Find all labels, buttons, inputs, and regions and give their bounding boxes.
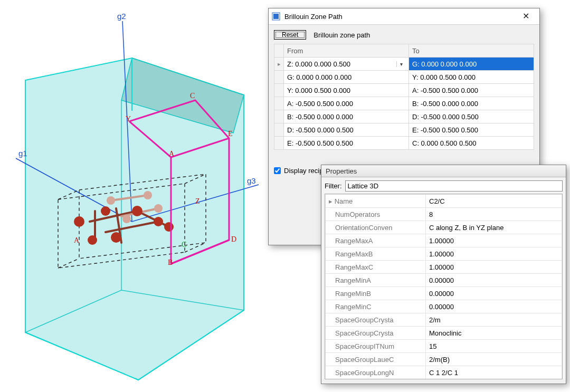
svg-text:C: C [190,92,195,100]
svg-point-18 [132,206,142,216]
properties-title: Properties [326,167,357,175]
table-row[interactable]: E: -0.500 0.500 0.500C: 0.000 0.500 0.50… [274,137,534,150]
property-value[interactable]: 1.00000 [426,247,562,261]
property-value[interactable]: 2/m [426,313,562,327]
row-gutter[interactable] [274,110,284,123]
property-row[interactable]: RangeMaxC1.00000 [326,261,562,274]
property-key: RangeMinB [326,287,426,300]
property-value[interactable]: 0.00000 [426,300,562,313]
property-value[interactable]: C 1 2/C 1 [426,366,562,379]
table-row[interactable]: B: -0.500 0.000 0.000D: -0.500 0.000 0.5… [274,110,534,123]
col-from[interactable]: From [284,44,409,58]
table-row[interactable]: G: 0.000 0.000 0.000Y: 0.000 0.500 0.000 [274,71,534,84]
svg-rect-39 [273,14,279,19]
close-icon[interactable]: ✕ [515,12,536,21]
property-key: SpaceGroupCrysta [326,327,426,340]
svg-text:B: B [168,259,173,266]
property-value[interactable]: 2/m(B) [426,353,562,366]
row-gutter[interactable] [274,123,284,137]
property-row[interactable]: RangeMinB0.00000 [326,287,562,300]
property-row[interactable]: RangeMaxB1.00000 [326,247,562,261]
from-cell[interactable]: A: -0.500 0.500 0.000 [284,97,409,110]
axis-label-g3: g3 [247,176,256,185]
row-gutter[interactable] [274,97,284,110]
property-value[interactable]: 0.00000 [426,287,562,300]
to-cell[interactable]: B: -0.500 0.000 0.000 [409,97,534,110]
row-gutter[interactable] [274,71,284,84]
from-cell[interactable]: Z: 0.000 0.000 0.500▾ [284,58,409,71]
svg-point-20 [111,232,121,243]
to-cell[interactable]: G: 0.000 0.000 0.000 [409,58,534,71]
from-cell[interactable]: D: -0.500 0.000 0.500 [284,123,409,137]
svg-text:Y: Y [126,115,131,123]
table-row[interactable]: Y: 0.000 0.500 0.000A: -0.500 0.500 0.00… [274,84,534,97]
property-key: SpaceGroupLaueC [326,353,426,366]
property-value[interactable]: B-Unique,Cell 1 [426,379,562,380]
property-key: NumOperators [326,208,426,221]
property-value[interactable]: 1.00000 [426,261,562,274]
row-gutter[interactable] [274,137,284,150]
property-row[interactable]: SpaceGroupLongNC 1 2/C 1 [326,366,562,379]
filter-label: Filter: [325,182,342,190]
filter-input[interactable] [345,180,563,192]
property-key: RangeMaxA [326,234,426,247]
property-row[interactable]: SpaceGroupCrysta2/m [326,313,562,327]
property-value[interactable]: C along Z, B in YZ plane [426,221,562,234]
brillouin-zone-render: g1 g2 g3 [0,0,264,392]
to-cell[interactable]: A: -0.500 0.500 0.000 [409,84,534,97]
property-value[interactable]: Monoclinic [426,327,562,340]
property-key: SpaceGroupCrysta [326,313,426,327]
svg-point-24 [144,191,152,199]
svg-text:Z: Z [195,197,200,205]
property-row[interactable]: OrientationConvenC along Z, B in YZ plan… [326,221,562,234]
table-row[interactable]: A: -0.500 0.500 0.000B: -0.500 0.000 0.0… [274,97,534,110]
property-value[interactable]: 0.00000 [426,274,562,287]
to-cell[interactable]: D: -0.500 0.000 0.500 [409,110,534,123]
col-to[interactable]: To [409,44,534,58]
from-cell[interactable]: Y: 0.000 0.500 0.000 [284,84,409,97]
svg-point-21 [88,235,97,245]
app-icon [272,12,280,21]
row-gutter[interactable] [274,84,284,97]
svg-point-25 [122,215,131,223]
svg-point-22 [164,222,174,232]
property-key: SpaceGroupLongN [326,366,426,379]
property-row[interactable]: SpaceGroupQualifieB-Unique,Cell 1 [326,379,562,380]
property-row[interactable]: SpaceGroupLaueC2/m(B) [326,353,562,366]
from-cell[interactable]: E: -0.500 0.500 0.500 [284,137,409,150]
property-row[interactable]: RangeMaxA1.00000 [326,234,562,247]
display-recip-checkbox[interactable]: Display recip [274,167,323,175]
property-row[interactable]: RangeMinA0.00000 [326,274,562,287]
from-cell[interactable]: G: 0.000 0.000 0.000 [284,71,409,84]
svg-point-16 [74,216,84,227]
svg-text:A: A [74,236,80,244]
properties-table[interactable]: NameC2/CNumOperators8OrientationConvenC … [325,194,562,379]
property-key: RangeMaxC [326,261,426,274]
to-cell[interactable]: C: 0.000 0.500 0.500 [409,137,534,150]
checkbox-input[interactable] [274,167,281,174]
property-value[interactable]: 1.00000 [426,234,562,247]
property-value[interactable]: 15 [426,340,562,353]
property-key: RangeMinC [326,300,426,313]
property-row[interactable]: NumOperators8 [326,208,562,221]
property-value[interactable]: C2/C [426,195,562,208]
property-row[interactable]: SpaceGroupCrystaMonoclinic [326,327,562,340]
reset-button[interactable]: Reset [274,30,306,40]
titlebar[interactable]: Brillouin Zone Path ✕ [269,8,539,25]
from-cell[interactable]: B: -0.500 0.000 0.000 [284,110,409,123]
table-row[interactable]: ▸Z: 0.000 0.000 0.500▾G: 0.000 0.000 0.0… [274,58,534,71]
property-row[interactable]: RangeMinC0.00000 [326,300,562,313]
viewport-3d[interactable]: g1 g2 g3 [0,0,269,392]
chevron-down-icon[interactable]: ▾ [396,61,405,67]
property-value[interactable]: 8 [426,208,562,221]
bz-path-table[interactable]: From To ▸Z: 0.000 0.000 0.500▾G: 0.000 0… [274,44,534,150]
property-row[interactable]: NameC2/C [326,195,562,208]
row-gutter[interactable]: ▸ [274,58,284,71]
to-cell[interactable]: Y: 0.000 0.500 0.000 [409,71,534,84]
properties-titlebar[interactable]: Properties [321,165,566,177]
property-row[interactable]: SpaceGroupITNum15 [326,340,562,353]
table-row[interactable]: D: -0.500 0.000 0.500E: -0.500 0.500 0.5… [274,123,534,137]
dialog-title: Brillouin Zone Path [284,13,515,21]
to-cell[interactable]: E: -0.500 0.500 0.500 [409,123,534,137]
property-key: SpaceGroupITNum [326,340,426,353]
